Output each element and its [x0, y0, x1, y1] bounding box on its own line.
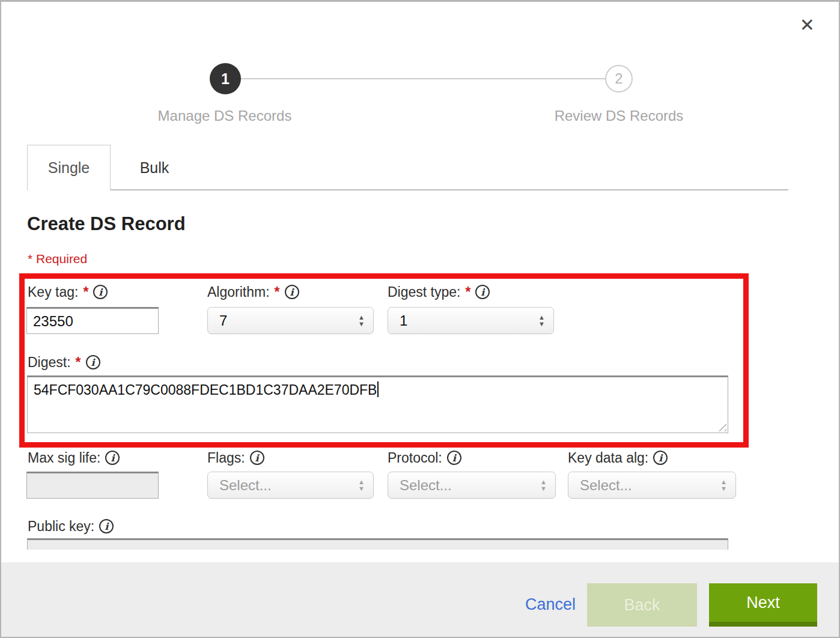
public-key-label-row: Public key: i [28, 517, 114, 535]
digest-info-icon[interactable]: i [86, 355, 100, 369]
select-arrows-icon: ▲ ▼ [540, 479, 547, 491]
step-2-circle: 2 [605, 65, 633, 93]
key-tag-input[interactable] [26, 307, 159, 334]
arrow-down-icon: ▼ [538, 321, 545, 327]
digest-type-select[interactable]: 1 ▲ ▼ [388, 307, 554, 334]
back-button[interactable]: Back [587, 583, 697, 627]
key-tag-required-asterisk: * [83, 284, 88, 300]
flags-select-value: Select... [219, 477, 358, 494]
select-arrows-icon: ▲ ▼ [358, 479, 365, 491]
back-button-label: Back [624, 596, 660, 615]
arrow-down-icon: ▼ [540, 486, 547, 491]
key-tag-info-icon[interactable]: i [93, 285, 108, 299]
tab-single-label: Single [48, 159, 90, 177]
key-data-alg-select[interactable]: Select... ▲ ▼ [568, 472, 736, 499]
protocol-label-row: Protocol: i [388, 449, 461, 467]
algorithm-label-row: Algorithm: * i [207, 283, 299, 301]
digest-type-label-row: Digest type: * i [388, 283, 490, 301]
select-arrows-icon: ▲ ▼ [358, 315, 365, 327]
max-sig-life-input[interactable] [26, 472, 159, 499]
resize-handle-icon[interactable] [717, 422, 726, 431]
digest-label-row: Digest: * i [28, 353, 100, 371]
tab-single[interactable]: Single [27, 145, 111, 190]
digest-value: 54FCF030AA1C79C0088FDEC1BD1C37DAA2E70DFB [34, 382, 377, 398]
algorithm-select-value: 7 [219, 312, 358, 329]
algorithm-info-icon[interactable]: i [285, 285, 299, 299]
protocol-label: Protocol: [388, 450, 442, 466]
key-data-alg-info-icon[interactable]: i [653, 451, 668, 465]
stepper-connector-line [241, 78, 605, 79]
select-arrows-icon: ▲ ▼ [538, 315, 545, 327]
digest-required-asterisk: * [76, 354, 81, 371]
flags-info-icon[interactable]: i [250, 451, 264, 465]
cancel-button[interactable]: Cancel [525, 595, 576, 614]
max-sig-life-label-row: Max sig life: i [28, 449, 120, 467]
key-tag-label: Key tag: [28, 284, 78, 300]
text-caret [377, 381, 379, 397]
arrow-up-icon: ▲ [720, 479, 727, 485]
arrow-down-icon: ▼ [358, 321, 365, 327]
protocol-select[interactable]: Select... ▲ ▼ [388, 472, 556, 499]
key-data-alg-label-row: Key data alg: i [568, 449, 668, 467]
max-sig-life-label: Max sig life: [28, 450, 100, 466]
next-button-label: Next [746, 594, 780, 612]
arrow-up-icon: ▲ [538, 315, 545, 320]
step-1-number: 1 [221, 70, 230, 88]
public-key-label: Public key: [28, 518, 94, 535]
step-2-number: 2 [615, 70, 622, 87]
tab-bulk[interactable]: Bulk [111, 145, 198, 190]
protocol-info-icon[interactable]: i [447, 451, 461, 465]
next-button[interactable]: Next [709, 583, 817, 627]
digest-type-required-asterisk: * [465, 284, 470, 300]
arrow-up-icon: ▲ [358, 479, 365, 485]
key-data-alg-label: Key data alg: [568, 450, 648, 466]
max-sig-life-info-icon[interactable]: i [105, 451, 120, 465]
algorithm-select[interactable]: 7 ▲ ▼ [207, 307, 374, 334]
digest-type-label: Digest type: [388, 284, 460, 300]
step-1-circle: 1 [210, 63, 241, 94]
flags-label-row: Flags: i [207, 449, 264, 467]
digest-label: Digest: [28, 354, 71, 371]
required-note: * Required [28, 252, 87, 266]
digest-type-info-icon[interactable]: i [475, 285, 490, 299]
algorithm-label: Algorithm: [207, 284, 270, 300]
tab-bar: Single Bulk [27, 145, 788, 190]
tab-underline [111, 189, 788, 190]
flags-label: Flags: [207, 450, 245, 466]
key-data-alg-select-value: Select... [580, 477, 720, 494]
arrow-up-icon: ▲ [358, 315, 365, 320]
tab-bulk-label: Bulk [140, 159, 169, 177]
flags-select[interactable]: Select... ▲ ▼ [207, 472, 374, 499]
close-icon[interactable]: ✕ [800, 16, 815, 34]
step-1-label: Manage DS Records [158, 108, 292, 124]
arrow-up-icon: ▲ [540, 479, 547, 485]
digest-textarea[interactable]: 54FCF030AA1C79C0088FDEC1BD1C37DAA2E70DFB [27, 375, 728, 433]
algorithm-required-asterisk: * [275, 284, 280, 300]
public-key-textarea[interactable] [27, 538, 728, 550]
create-ds-record-dialog: ✕ 1 2 Manage DS Records Review DS Record… [0, 0, 840, 638]
arrow-down-icon: ▼ [720, 486, 727, 491]
select-arrows-icon: ▲ ▼ [720, 479, 727, 491]
step-2-label: Review DS Records [555, 108, 684, 124]
arrow-down-icon: ▼ [358, 486, 365, 491]
page-title: Create DS Record [27, 213, 186, 235]
public-key-info-icon[interactable]: i [99, 519, 114, 533]
key-tag-label-row: Key tag: * i [28, 283, 108, 301]
protocol-select-value: Select... [400, 477, 540, 494]
digest-type-select-value: 1 [400, 312, 538, 329]
